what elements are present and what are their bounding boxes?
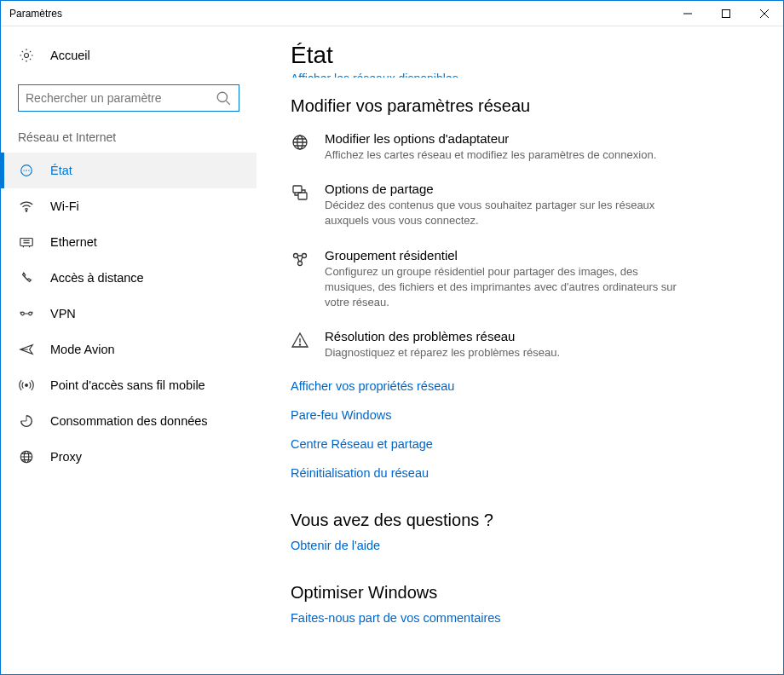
svg-point-21	[298, 261, 303, 265]
sidebar-item-airplane[interactable]: Mode Avion	[1, 332, 257, 367]
svg-line-6	[226, 101, 230, 105]
sidebar-item-datausage[interactable]: Consommation des données	[1, 403, 257, 439]
sidebar-home-label: Accueil	[50, 49, 90, 62]
nav-label: Mode Avion	[50, 343, 115, 356]
nav-label: Point d'accès sans fil mobile	[50, 378, 205, 392]
link-list: Afficher vos propriétés réseau Pare-feu …	[291, 379, 749, 480]
option-title: Résolution des problèmes réseau	[325, 329, 560, 343]
close-button[interactable]	[745, 1, 783, 26]
sidebar-home[interactable]: Accueil	[1, 42, 257, 69]
link-feedback[interactable]: Faites-nous part de vos commentaires	[291, 611, 749, 625]
main-content: État Afficher les réseaux disponibles Mo…	[257, 26, 783, 674]
svg-rect-18	[298, 193, 307, 199]
ethernet-icon	[18, 234, 35, 251]
option-sharing[interactable]: Options de partage Décidez des contenus …	[291, 182, 749, 228]
sidebar-item-dialup[interactable]: Accès à distance	[1, 260, 257, 296]
nav-label: État	[50, 164, 72, 177]
sharing-icon	[291, 183, 309, 202]
sidebar-item-etat[interactable]: État	[1, 153, 257, 188]
svg-point-10	[21, 312, 25, 315]
window-controls	[668, 1, 783, 26]
gear-icon	[18, 47, 35, 64]
data-usage-icon	[18, 412, 35, 430]
svg-point-12	[26, 384, 28, 387]
svg-point-5	[217, 92, 227, 101]
nav-label: Wi-Fi	[50, 199, 79, 213]
search-box[interactable]	[18, 84, 239, 112]
section-modify-heading: Modifier vos paramètres réseau	[291, 96, 749, 116]
nav-label: Ethernet	[50, 235, 97, 249]
option-title: Options de partage	[325, 182, 691, 196]
sidebar-category: Réseau et Internet	[1, 130, 257, 153]
svg-point-8	[26, 211, 26, 211]
option-troubleshoot[interactable]: Résolution des problèmes réseau Diagnost…	[291, 329, 749, 361]
svg-rect-17	[293, 186, 302, 193]
questions-heading: Vous avez des questions ?	[291, 511, 749, 530]
dialup-icon	[18, 269, 35, 286]
status-icon	[18, 162, 35, 179]
search-icon	[215, 89, 232, 107]
sidebar-item-ethernet[interactable]: Ethernet	[1, 224, 257, 260]
option-desc: Configurez un groupe résidentiel pour pa…	[325, 264, 691, 311]
optimize-section: Optimiser Windows Faites-nous part de vo…	[291, 583, 749, 625]
nav-label: Consommation des données	[50, 414, 208, 428]
option-desc: Diagnostiquez et réparez les problèmes r…	[325, 345, 560, 361]
link-network-center[interactable]: Centre Réseau et partage	[291, 437, 749, 451]
option-desc: Affichez les cartes réseau et modifiez l…	[325, 147, 656, 163]
titlebar: Paramètres	[1, 1, 783, 26]
sidebar-item-hotspot[interactable]: Point d'accès sans fil mobile	[1, 367, 257, 403]
globe-icon	[291, 133, 309, 152]
sidebar-item-wifi[interactable]: Wi-Fi	[1, 188, 257, 224]
proxy-icon	[18, 448, 35, 465]
sidebar: Accueil Réseau et Internet État Wi-Fi	[1, 26, 257, 674]
svg-point-4	[24, 53, 28, 57]
maximize-button[interactable]	[706, 1, 745, 26]
wifi-icon	[18, 198, 35, 215]
questions-section: Vous avez des questions ? Obtenir de l'a…	[291, 511, 749, 552]
window-title: Paramètres	[9, 8, 668, 20]
option-adapter[interactable]: Modifier les options d'adaptateur Affich…	[291, 131, 749, 163]
sidebar-nav: État Wi-Fi Ethernet Accès à distance	[1, 153, 257, 475]
link-firewall[interactable]: Pare-feu Windows	[291, 408, 749, 422]
nav-label: Accès à distance	[50, 271, 144, 285]
option-desc: Décidez des contenus que vous souhaitez …	[325, 198, 691, 228]
option-homegroup[interactable]: Groupement résidentiel Configurez un gro…	[291, 248, 749, 311]
nav-label: VPN	[50, 307, 76, 320]
nav-label: Proxy	[50, 450, 82, 464]
svg-point-11	[29, 312, 32, 315]
hotspot-icon	[18, 377, 35, 394]
truncated-link[interactable]: Afficher les réseaux disponibles	[291, 72, 749, 78]
page-title: État	[291, 42, 749, 69]
airplane-icon	[18, 341, 35, 358]
minimize-button[interactable]	[668, 1, 706, 26]
warning-icon	[291, 331, 309, 349]
sidebar-item-vpn[interactable]: VPN	[1, 296, 257, 332]
svg-rect-1	[722, 9, 729, 17]
link-get-help[interactable]: Obtenir de l'aide	[291, 539, 749, 552]
option-title: Groupement résidentiel	[325, 248, 691, 262]
vpn-icon	[18, 305, 35, 322]
option-title: Modifier les options d'adaptateur	[325, 131, 656, 146]
optimize-heading: Optimiser Windows	[291, 583, 749, 603]
link-reset[interactable]: Réinitialisation du réseau	[291, 466, 749, 480]
link-properties[interactable]: Afficher vos propriétés réseau	[291, 379, 749, 393]
sidebar-item-proxy[interactable]: Proxy	[1, 439, 257, 475]
svg-rect-9	[20, 239, 32, 246]
homegroup-icon	[291, 250, 309, 268]
search-input[interactable]	[26, 91, 215, 105]
svg-point-22	[299, 344, 300, 345]
